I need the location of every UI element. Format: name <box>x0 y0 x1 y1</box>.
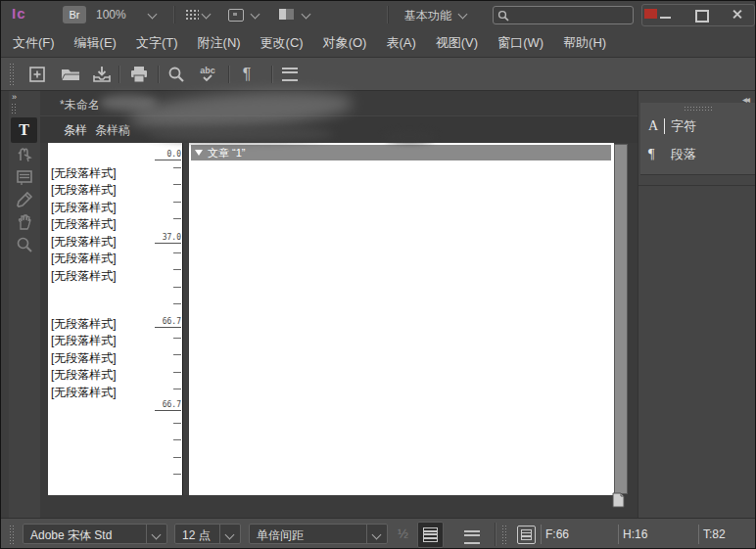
maximize-button[interactable] <box>684 5 717 23</box>
search-box[interactable] <box>493 6 634 24</box>
search-input[interactable] <box>509 9 619 23</box>
view-options-icon[interactable] <box>185 9 199 20</box>
font-size-chevron[interactable] <box>219 525 240 543</box>
expand-panel-icon[interactable]: » <box>12 92 16 102</box>
statusbar-separator <box>495 523 496 546</box>
note-tool[interactable] <box>16 168 33 186</box>
note-tool-icon <box>16 168 33 186</box>
menu-edit[interactable]: 编辑(E) <box>65 28 126 57</box>
copyfit-drag-handle[interactable] <box>501 525 507 546</box>
magnifier-icon <box>167 66 185 83</box>
save-icon <box>92 66 112 83</box>
galley-content: [无段落样式] [无段落样式] [无段落样式] [无段落样式] [无段落样式] … <box>40 142 638 518</box>
zoom-tool[interactable] <box>16 236 33 253</box>
menu-type[interactable]: 文字(T) <box>126 28 188 57</box>
font-family-value: Adobe 宋体 Std <box>30 527 112 544</box>
toolbar-menu-button[interactable] <box>277 62 303 87</box>
toolbar-separator <box>271 66 273 83</box>
font-family-select[interactable]: Adobe 宋体 Std <box>23 524 167 544</box>
zoom-chevron-icon[interactable] <box>148 10 158 20</box>
main-area: » T <box>1 91 756 518</box>
menu-file[interactable]: 文件(F) <box>3 28 65 57</box>
screen-mode-icon[interactable] <box>279 9 294 20</box>
new-document-button[interactable] <box>24 62 50 87</box>
story-editor[interactable]: 文章 “1” <box>189 143 614 495</box>
save-button[interactable] <box>89 62 115 87</box>
frame-edges-icon[interactable] <box>228 9 244 22</box>
workspace-chevron-icon[interactable] <box>458 10 468 20</box>
type-tool[interactable]: T <box>11 117 37 143</box>
close-button[interactable] <box>719 5 752 23</box>
paragraph-style-row[interactable]: [无段落样式] <box>51 251 168 267</box>
spell-check-button[interactable]: abc <box>195 62 220 87</box>
hand-tool[interactable] <box>16 213 33 231</box>
hidden-characters-button[interactable]: ¶ <box>234 62 260 87</box>
tab-galley[interactable]: 条样 <box>64 122 87 139</box>
layout-view-page-icon[interactable] <box>610 492 627 508</box>
tab-galley-proof[interactable]: 条样稿 <box>95 122 130 139</box>
paragraph-style-row[interactable]: [无段落样式] <box>51 216 168 233</box>
panel-drag-handle[interactable] <box>684 106 713 111</box>
story-title: 文章 “1” <box>208 147 246 159</box>
toolbar-drag-handle[interactable] <box>9 63 15 86</box>
menu-window[interactable]: 窗口(W) <box>488 28 553 57</box>
menu-table[interactable]: 表(A) <box>376 28 425 57</box>
menu-changes[interactable]: 更改(C) <box>251 28 313 57</box>
paragraph-style-row[interactable]: [无段落样式] <box>51 182 168 199</box>
tools-drag-handle[interactable] <box>11 103 17 114</box>
search-button[interactable] <box>164 62 189 87</box>
collapse-triangle-icon[interactable] <box>195 150 203 156</box>
statusbar-drag-handle[interactable] <box>9 525 15 546</box>
menu-bar: 文件(F) 编辑(E) 文字(T) 附注(N) 更改(C) 对象(O) 表(A)… <box>1 28 755 58</box>
depth-ruler-mark: 0.0 <box>155 150 181 160</box>
vertical-scrollbar[interactable] <box>614 144 628 494</box>
story-header-bar[interactable]: 文章 “1” <box>191 145 611 160</box>
open-folder-button[interactable] <box>58 62 83 87</box>
statusbar-menu-icon[interactable] <box>464 530 480 544</box>
paragraph-style-row[interactable]: [无段落样式] <box>51 268 168 285</box>
paragraph-style-row[interactable]: [无段落样式] <box>51 165 168 182</box>
paragraph-style-row[interactable]: [无段落样式] <box>51 316 168 333</box>
bridge-button[interactable]: Br <box>63 6 86 23</box>
paragraph-styles-column: [无段落样式] [无段落样式] [无段落样式] [无段落样式] [无段落样式] … <box>48 143 182 495</box>
leading-chevron[interactable] <box>366 525 387 543</box>
menu-object[interactable]: 对象(O) <box>313 28 377 57</box>
depth-ruler-mark: 66.7 <box>155 400 181 411</box>
paragraph-style-row[interactable]: [无段落样式] <box>51 200 168 216</box>
view-options-chevron-icon[interactable] <box>202 10 212 20</box>
document-tab[interactable]: *未命名 <box>60 97 100 114</box>
toolbar-separator <box>158 66 160 83</box>
titlebar-separator <box>387 6 389 23</box>
zoom-level-value[interactable]: 100% <box>96 8 126 22</box>
dock-divider <box>638 185 756 186</box>
copyfit-info-toggle[interactable] <box>417 522 444 548</box>
paragraph-style-row[interactable]: [无段落样式] <box>51 234 168 251</box>
menu-help[interactable]: 帮助(H) <box>553 28 616 57</box>
incopy-logo-icon: Ic <box>12 5 26 22</box>
paragraph-style-row[interactable]: [无段落样式] <box>51 333 168 349</box>
copyfit-progress-button[interactable] <box>517 526 536 544</box>
leading-select[interactable]: 单倍间距 <box>249 524 388 544</box>
frame-edges-chevron-icon[interactable] <box>251 10 260 20</box>
workspace-switcher[interactable]: 基本功能 <box>404 8 451 24</box>
toolbar-separator <box>228 66 230 83</box>
menu-notes[interactable]: 附注(N) <box>188 28 251 57</box>
screen-mode-chevron-icon[interactable] <box>302 10 311 20</box>
eyedropper-tool[interactable] <box>16 191 33 208</box>
paragraph-style-row[interactable]: [无段落样式] <box>51 367 168 384</box>
font-size-select[interactable]: 12 点 <box>174 524 241 544</box>
leading-value: 单倍间距 <box>257 527 304 544</box>
paragraph-style-row[interactable]: [无段落样式] <box>51 385 168 401</box>
font-family-chevron[interactable] <box>146 525 166 543</box>
panel-item-character[interactable]: A 字符 <box>648 115 696 137</box>
character-panel-icon: A <box>648 118 665 134</box>
depth-ruler-ticks <box>173 167 181 490</box>
spell-check-icon: abc <box>199 67 216 74</box>
panel-item-paragraph[interactable]: ¶ 段落 <box>648 144 696 165</box>
print-button[interactable] <box>126 62 152 87</box>
line-number-icon[interactable]: ½ <box>398 526 408 541</box>
position-tool[interactable] <box>16 145 33 162</box>
menu-view[interactable]: 视图(V) <box>426 28 488 57</box>
minimize-button[interactable] <box>648 5 682 23</box>
paragraph-style-row[interactable]: [无段落样式] <box>51 350 168 367</box>
